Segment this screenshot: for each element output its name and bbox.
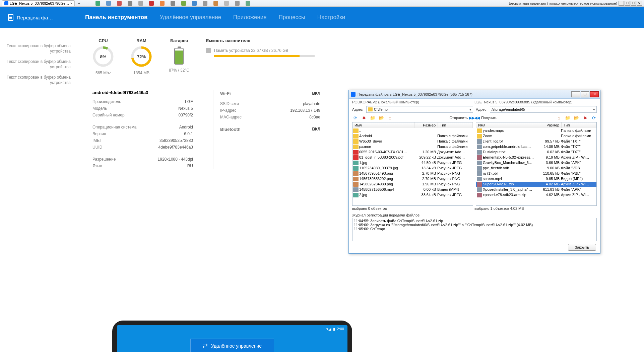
delete-icon[interactable]: ✖ [582,115,588,121]
file-type: Документ Ado… [437,155,472,160]
remote-address-field[interactable]: /storage/emulated/0/ ▾ [490,106,597,113]
close-button[interactable]: Закрыть [568,244,596,251]
refresh-icon[interactable]: ⟳ [352,115,358,121]
close-button[interactable]: ✕ [637,1,642,6]
file-row[interactable]: ru (1).pbl110.65 kBФайл "PBL" [476,171,596,176]
local-file-list[interactable]: ..AndroidПапка с файламиW6500_driverПапк… [352,128,473,205]
file-type: Видео (MP4) [437,187,472,192]
favicon[interactable] [106,1,111,6]
folder-up-icon[interactable]: 📁 [370,115,376,121]
folder-up-icon[interactable]: 📁 [565,115,571,121]
favicon[interactable] [192,1,197,6]
favicon[interactable] [117,1,122,6]
file-type: Рисунок PNG [437,177,472,181]
favicon[interactable] [171,1,175,6]
file-icon [477,150,482,155]
file-size: 99.57 kB [537,139,561,144]
file-row[interactable]: 1165234980_99379.jpg13.34 kBРисунок JPEG [352,166,473,171]
dropdown-icon[interactable]: ▾ [593,107,595,112]
nav-apps[interactable]: Приложения [233,14,266,21]
favicon[interactable] [213,1,218,6]
window-titlebar[interactable]: Передача файлов в LGE_Nexus 5_03790f2e03… [349,90,600,99]
file-row[interactable]: ppe_fleetdb.vdb9.00 kBФайл "VDB" [476,166,596,171]
file-row[interactable]: client_log.txt99.57 kBФайл "TXT" [476,139,596,144]
folder-icon [368,107,373,111]
file-size [414,139,437,144]
maximize-button[interactable]: ☐ [581,91,589,97]
phone-mockup: ▾◢ ▮ 2:00 ⇄ Удалённое управление [112,321,352,352]
new-folder-icon[interactable]: 📂 [378,115,384,121]
file-row[interactable]: 1.jpg44.50 kBРисунок JPEG [352,160,473,166]
file-row[interactable]: 1456739556292.png2.70 MBРисунок PNG [352,176,473,182]
local-address-field[interactable]: C:\Temp ▾ [366,106,473,113]
license-text: Бесплатная лицензия (только некоммерческ… [509,1,619,5]
col-size[interactable]: Размер [414,122,438,128]
favicon[interactable] [235,1,240,6]
col-type[interactable]: Тип [562,122,596,128]
transfer-log[interactable]: 11:04:55: Записать файл C:\Temp\SuperSU-… [352,218,597,241]
info-row: Версия6.0.1 [92,130,193,137]
file-row[interactable]: yandexmapsПапка с файлами [476,128,596,134]
file-row[interactable]: 0055.2015-03-407-ТХ.ОЛ1…1.20 MBДокумент … [352,150,473,155]
remote-file-list[interactable]: yandexmapsПапка с файламиZoomПапка с фай… [476,128,596,205]
refresh-icon[interactable]: ⟳ [591,115,597,121]
file-row[interactable]: 1456739551493.png2.70 MBРисунок PNG [352,171,473,176]
file-size [414,145,437,149]
col-type[interactable]: Тип [438,122,473,128]
file-row[interactable]: ZoomПапка с файлами [476,134,596,139]
favicon[interactable] [149,1,154,6]
file-row[interactable]: 1458026234980.png1.96 MBРисунок PNG [352,182,473,187]
file-row[interactable]: com.getpebble.android.bas…14.08 MBФайл "… [476,144,596,150]
file-row[interactable]: xposed-v78-sdk23-arm.zip4.62 MBАрхив ZIP… [476,192,596,198]
favicon[interactable] [95,1,100,6]
nav-panel[interactable]: Панель инструментов [85,14,148,21]
favicon[interactable] [246,1,250,6]
remote-status: выбрано 1 объектов 4.02 MB [474,206,597,210]
file-row[interactable]: 01_gost_r_53383-2009.pdf209.22 kBДокумен… [352,155,473,160]
file-row[interactable]: разноеПапка с файлами [352,144,473,150]
file-row[interactable]: AndroidПапка с файлами [352,134,473,139]
dropdown-icon[interactable]: ▾ [469,107,471,112]
new-folder-icon[interactable]: 📂 [573,115,579,121]
file-size: 9.00 kB [537,166,561,171]
delete-icon[interactable]: ✖ [361,115,367,121]
col-name[interactable]: Имя [476,122,538,128]
file-row[interactable]: SuperSU-v2.61.zip4.02 MBАрхив ZIP - Wi… [476,182,596,187]
minimize-button[interactable]: _ [619,1,624,6]
maximize-button[interactable]: ☐ [625,1,630,6]
info-key: SSID сети [220,101,239,106]
file-row[interactable]: DusiaInput.txt0.02 kBФайл "TXT" [476,150,596,155]
receive-button[interactable]: ◀◀ Получить [474,116,497,120]
favicon[interactable] [138,1,143,6]
home-icon[interactable]: ⌂ [556,115,562,121]
remote-control-button[interactable]: ⇄ Удалённое управление [190,339,274,352]
favicon[interactable] [181,1,186,6]
file-row[interactable]: .. [352,128,473,134]
file-row[interactable]: ElementalX-N5-5.02-express…9.19 MBАрхив … [476,155,596,160]
file-row[interactable]: W6500_driverПапка с файлами [352,139,473,144]
new-tab-button[interactable]: + [76,1,82,5]
col-size[interactable]: Размер [538,122,562,128]
minimize-button[interactable]: _ [571,91,580,97]
file-row[interactable]: XposedInstaller_3.0_alpha4…611.83 kBФайл… [476,187,596,192]
nav-remote[interactable]: Удалённое управление [160,14,221,21]
favicon[interactable] [160,1,165,6]
file-size: 110.65 kB [537,171,561,176]
nav-processes[interactable]: Процессы [279,14,305,21]
favicon[interactable] [224,1,229,6]
close-button[interactable]: ✕ [590,91,599,97]
home-icon[interactable]: ⌂ [387,115,393,121]
col-name[interactable]: Имя [352,122,414,128]
file-row[interactable]: 2.jpg33.64 kBРисунок JPEG [352,192,473,198]
file-row[interactable]: GravityBox_Marshmallow_6…3.66 MBФайл "AP… [476,160,596,166]
send-button[interactable]: Отправить ▶▶ [449,116,474,120]
favicon[interactable] [128,1,132,6]
file-row[interactable]: screen.mp49.85 MBВидео (MP4) [476,176,596,182]
maximize-button[interactable]: ☐ [631,1,636,6]
file-row[interactable]: 1458027156506.mp40.00 kBВидео (MP4) [352,187,473,192]
favicon[interactable] [203,1,207,6]
nav-settings[interactable]: Настройки [317,14,345,21]
file-icon [477,161,482,165]
cpu-stat: CPU 8% 565 Mhz [92,38,114,75]
browser-tab[interactable]: LGE_Nexus 5_03790f2e03790f2e… × [2,0,75,6]
